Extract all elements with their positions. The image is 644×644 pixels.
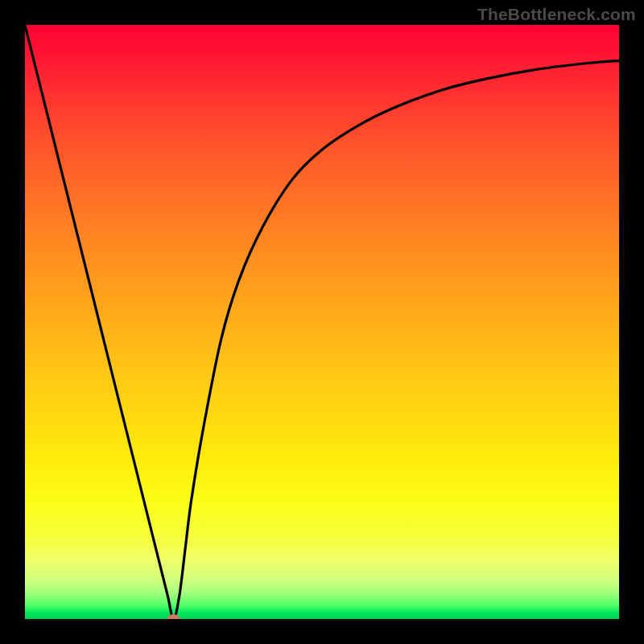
minimum-marker: [167, 614, 180, 619]
chart-frame: TheBottleneck.com: [0, 0, 644, 644]
curve-svg: [25, 25, 619, 619]
watermark-text: TheBottleneck.com: [477, 5, 636, 24]
plot-area: [25, 25, 619, 619]
bottleneck-curve: [25, 25, 619, 619]
